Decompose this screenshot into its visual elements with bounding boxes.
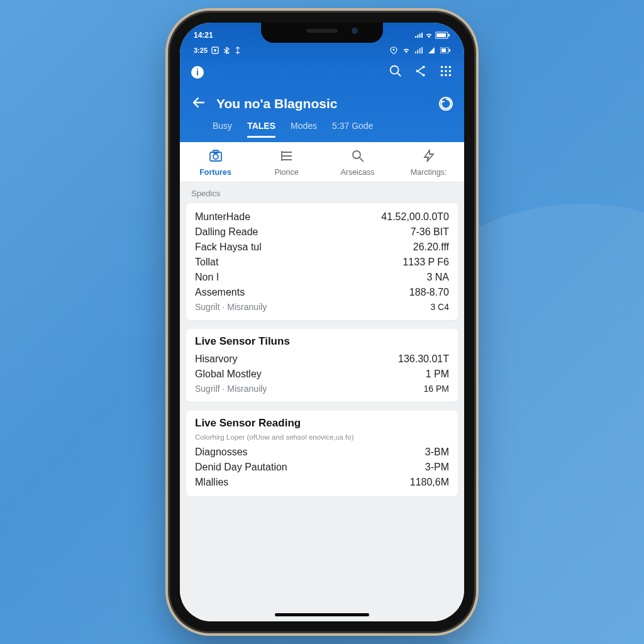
signal-icon-2 — [415, 47, 423, 54]
search-icon[interactable] — [389, 64, 402, 80]
back-button[interactable] — [191, 95, 206, 113]
wifi-icon-2 — [402, 47, 410, 54]
refresh-icon[interactable] — [439, 97, 453, 111]
svg-point-25 — [445, 66, 447, 69]
location-icon — [390, 47, 397, 54]
home-indicator[interactable] — [275, 613, 369, 616]
svg-point-8 — [214, 49, 216, 52]
spec-row[interactable]: Non I3 NA — [195, 270, 449, 285]
battery-icon — [435, 31, 450, 39]
svg-point-34 — [213, 154, 218, 159]
nav-pionce[interactable]: Pionce — [251, 148, 322, 177]
nav-fortures-label: Fortures — [180, 168, 251, 177]
info-icon[interactable]: i — [191, 66, 204, 79]
svg-line-23 — [418, 72, 422, 75]
svg-rect-0 — [415, 36, 416, 38]
reading-row[interactable]: Denid Day Pautation3-PM — [195, 460, 449, 475]
svg-point-28 — [445, 70, 447, 72]
svg-point-30 — [441, 74, 443, 77]
svg-point-9 — [393, 49, 395, 51]
svg-point-31 — [445, 74, 447, 77]
app-bar: i — [180, 58, 464, 87]
content-area: Spedics MunterHade41.52,00.0.0T0 Dalling… — [180, 182, 464, 621]
notch — [261, 23, 383, 43]
svg-rect-2 — [419, 33, 421, 38]
tab-gode[interactable]: 5:37 Gode — [332, 121, 373, 136]
spec-row[interactable]: MunterHade41.52,00.0.0T0 — [195, 209, 449, 225]
svg-point-27 — [441, 70, 443, 72]
svg-rect-10 — [415, 52, 416, 53]
tab-tales[interactable]: TALES — [247, 121, 275, 138]
tab-busy[interactable]: Busy — [213, 121, 232, 136]
menu-grid-icon[interactable] — [439, 64, 453, 80]
sensor-row[interactable]: Hisarvory136.30.01T — [195, 352, 449, 367]
svg-line-18 — [397, 73, 401, 77]
status-right — [415, 31, 450, 39]
sim-triangle-icon — [428, 47, 435, 54]
nav-pionce-label: Pionce — [251, 168, 322, 177]
nav-arseicass-label: Arseicass — [322, 168, 393, 177]
svg-rect-35 — [213, 150, 218, 153]
svg-rect-3 — [421, 33, 423, 38]
svg-point-17 — [391, 66, 399, 74]
status-time-secondary: 3:25 — [194, 47, 208, 54]
reading-row[interactable]: Diagnosses3-BM — [195, 445, 449, 460]
svg-point-19 — [416, 70, 418, 72]
nav-marctings-label: Marctings: — [393, 168, 464, 177]
phone-frame: 14:21 3:25 — [170, 13, 474, 631]
card-live-sensor-reading: Live Sensor Reading Colorhirg Loper (ofU… — [186, 411, 458, 496]
svg-point-32 — [449, 74, 452, 77]
card3-desc: Colorhirg Loper (ofUow and sehsol enovic… — [195, 433, 449, 441]
card-spedics: MunterHade41.52,00.0.0T0 Dalling Reade7-… — [186, 203, 458, 320]
svg-point-40 — [353, 151, 360, 158]
tabs-primary: Busy TALES Modes 5:37 Gode — [180, 121, 464, 142]
wifi-icon — [425, 31, 433, 39]
svg-rect-11 — [417, 50, 418, 53]
title-bar: You no'a Blagnosic — [180, 87, 464, 121]
svg-rect-12 — [419, 48, 421, 54]
svg-rect-6 — [448, 34, 450, 36]
spec-row[interactable]: Tollat1133 P F6 — [195, 255, 449, 270]
status-time: 14:21 — [194, 31, 213, 40]
spec-row[interactable]: Fack Haysa tul26.20.fff — [195, 240, 449, 255]
svg-line-22 — [418, 68, 422, 71]
sensor-row[interactable]: Global Mostley1 PM — [195, 367, 449, 382]
sensor-row-sub[interactable]: Sugrilf · Misranuily16 PM — [195, 382, 449, 396]
section-label-spedics: Spedics — [180, 182, 464, 203]
svg-rect-5 — [436, 33, 446, 37]
svg-point-21 — [423, 74, 425, 76]
svg-point-26 — [449, 66, 452, 69]
bluetooth-icon — [223, 47, 230, 54]
nav-fortures[interactable]: Fortures — [180, 148, 251, 177]
svg-point-29 — [449, 70, 452, 72]
svg-line-41 — [360, 158, 364, 162]
card2-title: Live Sensor Tiluns — [195, 335, 449, 348]
signal-icon — [415, 31, 423, 39]
reading-row[interactable]: Mlallies1180,6M — [195, 475, 449, 490]
nav-marctings[interactable]: Marctings: — [393, 148, 464, 177]
card-live-sensor-tiluns: Live Sensor Tiluns Hisarvory136.30.01T G… — [186, 329, 458, 402]
screen: 14:21 3:25 — [180, 23, 464, 621]
svg-rect-1 — [417, 35, 418, 38]
svg-rect-13 — [421, 47, 423, 53]
sim-icon — [211, 47, 219, 54]
battery-icon-2 — [440, 47, 450, 53]
card3-title: Live Sensor Reading — [195, 417, 449, 430]
svg-point-20 — [423, 66, 425, 69]
nav-grid: Fortures Pionce Arseicass Marctings: — [180, 142, 464, 182]
sync-icon — [234, 47, 242, 54]
spec-row-sub[interactable]: Sugrilt · Misranuily3 C4 — [195, 300, 449, 314]
spec-row[interactable]: Dalling Reade7-36 BIT — [195, 225, 449, 240]
share-icon[interactable] — [414, 64, 428, 80]
page-title: You no'a Blagnosic — [216, 96, 429, 111]
status-bar-secondary: 3:25 — [180, 43, 464, 58]
svg-point-24 — [441, 66, 443, 69]
nav-arseicass[interactable]: Arseicass — [322, 148, 393, 177]
svg-rect-16 — [449, 49, 450, 52]
svg-rect-15 — [441, 48, 446, 52]
spec-row[interactable]: Assements188-8.70 — [195, 285, 449, 300]
tab-modes[interactable]: Modes — [291, 121, 317, 136]
